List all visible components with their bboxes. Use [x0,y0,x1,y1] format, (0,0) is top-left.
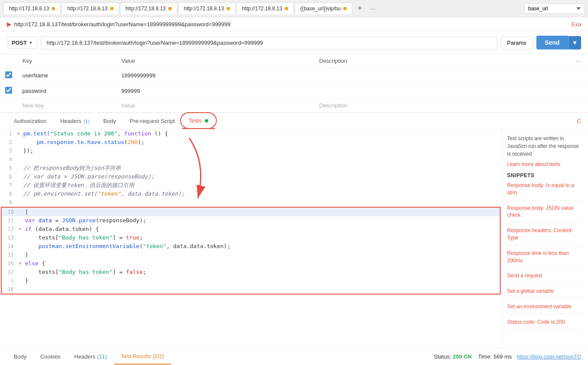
tab-bar: http://172.18.8.13 http://172.18.8.13 ht… [0,0,588,17]
code-line-16: 16 ▼ else { [2,259,500,268]
tab-3-dot [168,7,172,10]
status-info: Status: 200 OK Time: 569 ms [434,353,511,360]
tests-active-dot [205,119,208,123]
row-1-value[interactable]: 18999999999 [116,68,314,83]
tab-6[interactable]: {{base_url}}vip/bu [295,3,352,14]
nav-right-indicator: C [577,118,581,124]
snippet-5[interactable]: Send a request [507,272,583,283]
new-param-row: New key Value Description [0,99,588,113]
bottom-tab-cookies[interactable]: Cookies [34,349,68,364]
tab-1-label: http://172.18.8.13 [9,6,49,12]
row-2-key[interactable]: password [17,83,116,99]
expand-icon: ▶ [7,21,12,28]
tab-prerequest-label: Pre-request Script [130,118,175,124]
blog-link[interactable]: https://blog.csdn.net/jsonTO [517,354,581,360]
code-line-11: 11 var data = JSON.parse(responseBody); [2,216,500,225]
status-label: Status: [434,353,451,360]
method-selector[interactable]: POST ▼ [7,37,37,49]
row-1-description[interactable] [314,68,571,83]
snippet-3[interactable]: Response headers: Content-Type [507,227,583,245]
tab-body[interactable]: Body [96,113,123,129]
tab-tests-label: Tests [189,117,202,124]
params-button[interactable]: Params [501,36,533,49]
code-line-12: 12 ▼ if (data.data.token) { [2,225,500,233]
tab-2-label: http://172.18.8.13 [67,6,107,12]
code-line-14: 14 postman.setEnvironmentVariable("token… [2,242,500,251]
bottom-bar: Body Cookies Headers (11) Test Results (… [0,348,588,365]
request-bar: POST ▼ Params Send ▼ [0,31,588,54]
new-key-input[interactable]: New key [17,99,116,113]
row-2-checkbox[interactable] [5,87,12,94]
row-1-checkbox[interactable] [5,71,12,78]
new-description-input[interactable]: Description [314,99,571,113]
tab-5[interactable]: http://172.18.8.13 [237,3,294,14]
params-table-container: Key Value Description ··· userName 18999… [0,54,588,113]
url-input[interactable] [41,36,497,49]
table-row: userName 18999999999 [0,68,588,83]
col-header-more: ··· [571,54,588,68]
env-select-input[interactable]: base_url No Environment [524,3,585,14]
status-code: 200 OK [453,353,472,360]
add-tab-button[interactable]: + [355,2,365,15]
tab-prerequest[interactable]: Pre-request Script [123,113,182,129]
bottom-tab-test-results[interactable]: Test Results (2/2) [114,349,171,365]
snippets-title: SNIPPETS [507,172,583,178]
code-line-13: 13 tests["Body has token"] = true; [2,233,500,242]
table-row: password 999999 [0,83,588,99]
code-line-18: i 18 } [2,276,500,294]
tab-4[interactable]: http://172.18.8.13 [178,3,235,14]
tab-authorization-label: Authorization [14,118,46,124]
status-time: 569 ms [493,353,512,360]
tab-3-label: http://172.18.8.13 [126,6,166,12]
send-button[interactable]: Send [536,36,568,49]
bottom-tab-body-label: Body [14,353,27,360]
code-line-17: 17 tests["Body has token"] = false; [2,268,500,276]
tab-headers[interactable]: Headers (1) [53,113,96,129]
tab-6-dot [343,7,347,10]
tab-headers-label: Headers [60,118,81,124]
tab-1[interactable]: http://172.18.8.13 [3,3,61,14]
code-line-10: 10 | [2,208,500,216]
method-label: POST [12,40,27,46]
code-line-15: 15 } [2,251,500,259]
new-value-input[interactable]: Value [116,99,314,113]
headers-badge: (1) [84,119,89,124]
tab-5-label: http://172.18.8.13 [242,6,282,12]
snippet-6[interactable]: Set a global variable [507,288,583,299]
code-line-1: 1 ▼ pm.test("Status code is 200", functi… [0,129,502,138]
tab-tests[interactable]: Tests [182,113,215,129]
send-dropdown-button[interactable]: ▼ [568,36,581,49]
snippet-2[interactable]: Response body: JSON value check [507,205,583,223]
more-tabs-button[interactable]: ··· [367,3,378,14]
code-line-4: 4 [0,155,502,164]
snippet-8[interactable]: Status code: Code is 200 [507,319,583,330]
row-1-key[interactable]: userName [17,68,116,83]
environment-selector[interactable]: base_url No Environment [524,3,585,14]
bottom-tab-body[interactable]: Body [7,349,34,364]
tab-authorization[interactable]: Authorization [7,113,53,129]
tab-1-dot [52,7,55,10]
col-header-checkbox [0,54,17,68]
params-table: Key Value Description ··· userName 18999… [0,54,588,113]
code-line-9: 9 [0,198,502,207]
code-area: 1 ▼ pm.test("Status code is 200", functi… [0,129,588,348]
code-box: 10 | 11 var data = JSON.parse(responseBo… [1,207,501,294]
snippet-4[interactable]: Response time is less than 200ms [507,250,583,268]
code-editor[interactable]: 1 ▼ pm.test("Status code is 200", functi… [0,129,502,348]
tab-4-dot [227,7,230,10]
row-2-description[interactable] [314,83,571,99]
tab-2[interactable]: http://172.18.8.13 [62,3,119,14]
row-2-value[interactable]: 999999 [116,83,314,99]
tab-4-label: http://172.18.8.13 [184,6,224,12]
code-line-3: 3 }); [0,147,502,155]
learn-more-link[interactable]: Learn more about tests [507,161,583,167]
snippet-1[interactable]: Response body: Is equal to a strin [507,182,583,200]
example-link[interactable]: Exa [572,21,581,28]
send-button-wrap: Send ▼ [536,36,581,49]
breadcrumb-url: http://172.18.8.137/test/broker/auth/log… [14,21,231,28]
tab-3[interactable]: http://172.18.8.13 [120,3,177,14]
snippet-7[interactable]: Set an environment variable [507,303,583,314]
bottom-tab-headers[interactable]: Headers (11) [68,349,114,364]
bottom-tab-headers-label: Headers [74,353,95,360]
col-header-description: Description [314,54,571,68]
